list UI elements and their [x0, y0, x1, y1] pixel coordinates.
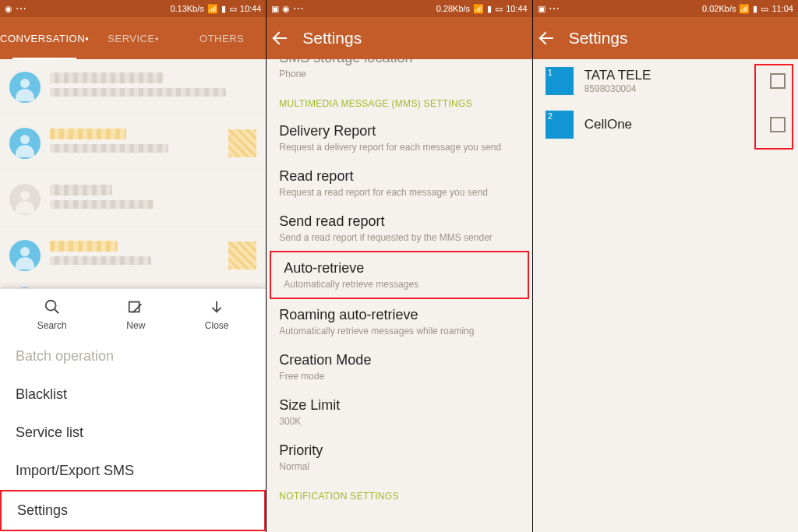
- net-speed: 0.28Kb/s: [436, 4, 470, 13]
- location-icon: ◉: [282, 4, 290, 14]
- conversation-row[interactable]: [0, 171, 266, 227]
- avatar-icon: [9, 72, 41, 103]
- setting-send-read-report[interactable]: Send read report Send a read report if r…: [267, 206, 531, 251]
- setting-read-report[interactable]: Read report Request a read report for ea…: [267, 160, 531, 206]
- menu-import-export[interactable]: Import/Export SMS: [0, 452, 266, 490]
- page-title: Settings: [302, 29, 362, 48]
- settings-header: Settings: [533, 17, 798, 59]
- avatar-icon: [9, 184, 41, 215]
- sim-number: 8598030004: [584, 83, 759, 94]
- tab-conversation[interactable]: CONVERSATION●: [0, 17, 89, 59]
- settings-header: Settings: [267, 17, 531, 59]
- net-speed: 0.02Kb/s: [702, 4, 736, 13]
- conversation-row[interactable]: [0, 227, 266, 284]
- net-speed: 0.13Kb/s: [170, 4, 203, 13]
- image-icon: ▣: [271, 4, 279, 14]
- section-notification-header: NOTIFICATION SETTINGS: [267, 480, 531, 508]
- clock: 10:44: [506, 4, 528, 13]
- back-button[interactable]: [539, 30, 555, 46]
- close-action[interactable]: Close: [205, 297, 229, 331]
- status-bar: ◉ 0.13Kb/s 📶 ▮ ▭ 10:44: [0, 0, 266, 17]
- checkbox[interactable]: [770, 73, 786, 89]
- signal-icon: ▮: [221, 4, 226, 14]
- wifi-icon: 📶: [207, 4, 218, 14]
- thumb-icon: [228, 129, 256, 157]
- search-action[interactable]: Search: [37, 297, 67, 331]
- page-title: Settings: [569, 29, 628, 48]
- svg-line-1: [55, 309, 59, 314]
- svg-point-0: [46, 301, 56, 311]
- more-icon: [293, 3, 304, 14]
- avatar-icon: [9, 128, 41, 159]
- setting-delivery-report[interactable]: Delivery Report Request a delivery repor…: [267, 115, 531, 160]
- menu-service-list[interactable]: Service list: [0, 414, 266, 452]
- tab-service[interactable]: SERVICE●: [89, 17, 177, 59]
- sim-badge-icon: 2: [546, 111, 574, 139]
- menu-settings[interactable]: Settings: [0, 490, 266, 531]
- compose-icon: [125, 297, 146, 317]
- screen-sim-select: ▣ 0.02Kb/s 📶 ▮ ▭ 11:04 Settings 1 TATA T…: [532, 0, 798, 532]
- menu-batch-operation[interactable]: Batch operation: [0, 337, 266, 375]
- status-bar: ▣◉ 0.28Kb/s 📶 ▮ ▭ 10:44: [267, 0, 531, 17]
- conversation-list[interactable]: +447509066573: [0, 59, 266, 322]
- clock: 10:44: [240, 4, 262, 13]
- battery-icon: ▭: [229, 4, 237, 14]
- screen-conversation-list: ◉ 0.13Kb/s 📶 ▮ ▭ 10:44 CONVERSATION● SER…: [0, 0, 266, 532]
- signal-icon: ▮: [753, 4, 757, 14]
- new-action[interactable]: New: [125, 297, 146, 331]
- setting-creation-mode[interactable]: Creation Mode Free mode: [267, 344, 531, 389]
- back-button[interactable]: [273, 30, 288, 46]
- app-icon: ◉: [5, 4, 12, 14]
- sim-row[interactable]: 2 CellOne: [533, 103, 798, 146]
- overflow-menu: Search New Close Batch operation Blackli…: [0, 288, 266, 532]
- more-icon: [16, 3, 26, 14]
- sim-badge-icon: 1: [546, 67, 574, 95]
- menu-blacklist[interactable]: Blacklist: [0, 375, 266, 414]
- sim-list: 1 TATA TELE 8598030004 2 CellOne: [533, 59, 798, 532]
- image-icon: ▣: [538, 4, 546, 14]
- checkbox[interactable]: [770, 117, 786, 132]
- section-mms-header: MULTIMEDIA MESSAGE (MMS) SETTINGS: [267, 87, 531, 115]
- sim-name: CellOne: [584, 117, 759, 132]
- conversation-row[interactable]: [0, 115, 266, 171]
- conversation-row[interactable]: [0, 59, 266, 115]
- tabs-header: CONVERSATION● SERVICE● OTHERS: [0, 17, 266, 59]
- battery-icon: ▭: [761, 4, 768, 14]
- setting-size-limit[interactable]: Size Limit 300K: [267, 389, 531, 435]
- settings-list[interactable]: SMS storage location Phone MULTIMEDIA ME…: [267, 59, 531, 532]
- avatar-icon: [9, 240, 41, 271]
- thumb-icon: [228, 241, 256, 270]
- sim-name: TATA TELE: [584, 68, 759, 83]
- clock: 11:04: [772, 4, 793, 13]
- wifi-icon: 📶: [739, 4, 750, 14]
- more-icon: [549, 3, 560, 14]
- setting-priority[interactable]: Priority Normal: [267, 435, 531, 480]
- status-bar: ▣ 0.02Kb/s 📶 ▮ ▭ 11:04: [533, 0, 798, 17]
- setting-roaming-auto-retrieve[interactable]: Roaming auto-retrieve Automatically retr…: [267, 299, 531, 344]
- sim-row[interactable]: 1 TATA TELE 8598030004: [533, 59, 798, 103]
- tab-others[interactable]: OTHERS: [178, 17, 266, 59]
- setting-sms-storage[interactable]: SMS storage location Phone: [267, 59, 531, 87]
- screen-settings-mms: ▣◉ 0.28Kb/s 📶 ▮ ▭ 10:44 Settings SMS sto…: [266, 0, 531, 532]
- battery-icon: ▭: [495, 4, 503, 14]
- wifi-icon: 📶: [473, 4, 484, 14]
- signal-icon: ▮: [487, 4, 492, 14]
- chevron-down-icon: [207, 297, 227, 317]
- setting-auto-retrieve[interactable]: Auto-retrieve Automatically retrieve mes…: [270, 251, 528, 299]
- search-icon: [42, 297, 62, 317]
